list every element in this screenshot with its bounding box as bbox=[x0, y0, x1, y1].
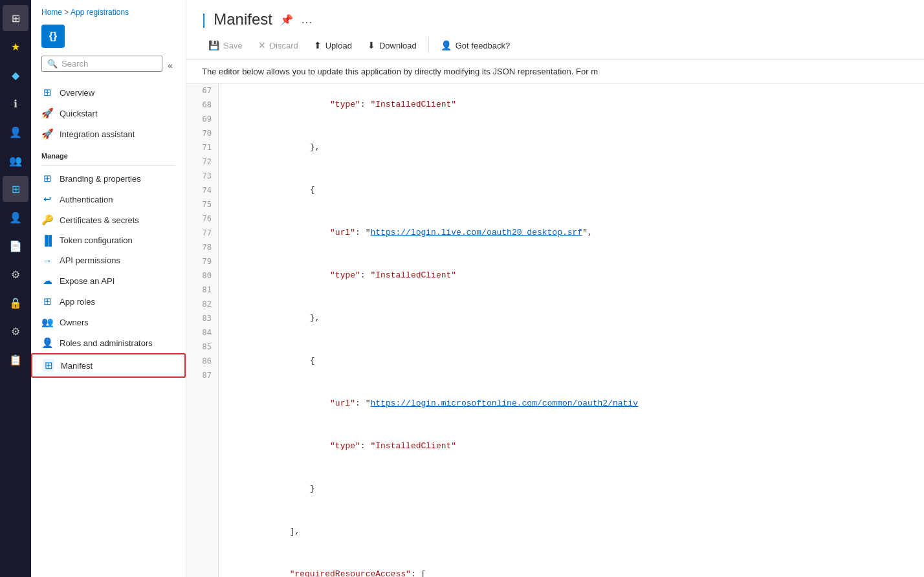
breadcrumb-current[interactable]: App registrations bbox=[71, 8, 129, 17]
certificates-label: Certificates & secrets bbox=[60, 215, 139, 225]
code-line-67: "type": "InstalledClient" bbox=[229, 83, 914, 126]
icon-bar: ⊞ ★ ◆ ℹ 👤 👥 ⊞ 👤 📄 ⚙ 🔒 ⚙ 📋 bbox=[0, 0, 31, 577]
authentication-icon: ↩ bbox=[41, 193, 53, 205]
save-icon: 💾 bbox=[208, 40, 219, 50]
user-icon[interactable]: 👤 bbox=[3, 119, 28, 145]
approles-label: App roles bbox=[60, 297, 95, 307]
feedback-button[interactable]: 👤 Got feedback? bbox=[434, 36, 517, 54]
quickstart-icon: 🚀 bbox=[41, 107, 53, 119]
search-box: 🔍 bbox=[41, 56, 162, 72]
app-icon: {} bbox=[41, 25, 65, 48]
expose-label: Expose an API bbox=[60, 276, 115, 286]
sidebar-item-app-roles[interactable]: ⊞ App roles bbox=[31, 291, 186, 312]
home-icon[interactable]: ⊞ bbox=[3, 5, 28, 31]
code-line-69: { bbox=[229, 169, 914, 212]
sidebar: Home > App registrations {} 🔍 « ⊞ Overvi… bbox=[31, 0, 186, 577]
toolbar: 💾 Save ✕ Discard ⬆ Upload ⬇ Download 👤 G… bbox=[202, 36, 908, 60]
quickstart-label: Quickstart bbox=[60, 109, 98, 118]
upload-button[interactable]: ⬆ Upload bbox=[307, 36, 358, 54]
manifest-icon: ⊞ bbox=[43, 359, 54, 372]
diamond-icon[interactable]: ◆ bbox=[3, 62, 28, 88]
sidebar-item-branding[interactable]: ⊞ Branding & properties bbox=[31, 168, 186, 189]
description-text: The editor below allows you to update th… bbox=[202, 67, 598, 76]
overview-label: Overview bbox=[60, 88, 94, 98]
feedback-icon: 👤 bbox=[441, 40, 452, 50]
group-icon[interactable]: 👥 bbox=[3, 147, 28, 173]
search-input[interactable] bbox=[61, 59, 157, 69]
approles-icon: ⊞ bbox=[41, 296, 53, 307]
breadcrumb: Home > App registrations bbox=[41, 8, 175, 17]
discard-icon: ✕ bbox=[258, 40, 266, 50]
download-button[interactable]: ⬇ Download bbox=[361, 36, 423, 54]
owners-icon: 👥 bbox=[41, 316, 53, 328]
code-line-73: { bbox=[229, 340, 914, 382]
upload-icon: ⬆ bbox=[314, 40, 322, 50]
code-line-76: } bbox=[229, 468, 914, 510]
sidebar-item-token[interactable]: ▐▌ Token configuration bbox=[31, 230, 186, 250]
document-icon[interactable]: 📄 bbox=[3, 233, 28, 259]
code-line-75: "type": "InstalledClient" bbox=[229, 425, 914, 468]
code-line-68: }, bbox=[229, 126, 914, 169]
grid-icon[interactable]: ⊞ bbox=[3, 176, 28, 202]
save-button[interactable]: 💾 Save bbox=[202, 36, 249, 54]
sidebar-item-certificates[interactable]: 🔑 Certificates & secrets bbox=[31, 210, 186, 230]
code-editor[interactable]: "type": "InstalledClient" }, { "url": "h… bbox=[219, 83, 924, 577]
lock-icon[interactable]: 🔒 bbox=[3, 290, 28, 316]
sidebar-item-quickstart[interactable]: 🚀 Quickstart bbox=[31, 103, 186, 124]
rolesadmin-icon: 👤 bbox=[41, 337, 53, 349]
branding-label: Branding & properties bbox=[60, 174, 141, 184]
collapse-button[interactable]: « bbox=[165, 58, 175, 73]
breadcrumb-separator: > bbox=[64, 8, 71, 17]
token-icon: ▐▌ bbox=[41, 235, 53, 246]
download-icon: ⬇ bbox=[368, 40, 375, 50]
breadcrumb-home[interactable]: Home bbox=[41, 8, 62, 17]
more-icon[interactable]: … bbox=[301, 13, 313, 27]
editor-area[interactable]: 67 68 69 70 71 72 73 74 75 76 77 78 79 8… bbox=[186, 83, 924, 577]
manage-section-label: Manage bbox=[31, 144, 186, 162]
discard-button[interactable]: ✕ Discard bbox=[252, 36, 305, 54]
search-icon: 🔍 bbox=[47, 59, 58, 69]
sidebar-header: Home > App registrations {} 🔍 « bbox=[31, 0, 186, 82]
integration-icon: 🚀 bbox=[41, 128, 53, 140]
api-label: API permissions bbox=[60, 256, 120, 265]
gear-icon[interactable]: ⚙ bbox=[3, 261, 28, 287]
overview-icon: ⊞ bbox=[41, 87, 53, 98]
code-line-72: }, bbox=[229, 297, 914, 340]
authentication-label: Authentication bbox=[60, 195, 113, 204]
sidebar-item-authentication[interactable]: ↩ Authentication bbox=[31, 189, 186, 210]
rolesadmin-label: Roles and administrators bbox=[60, 338, 153, 348]
sidebar-item-expose-api[interactable]: ☁ Expose an API bbox=[31, 270, 186, 291]
settings-icon[interactable]: ⚙ bbox=[3, 318, 28, 344]
pin-icon[interactable]: 📌 bbox=[280, 14, 293, 26]
code-line-77: ], bbox=[229, 510, 914, 553]
title-text: Manifest bbox=[214, 10, 272, 28]
user-cog-icon[interactable]: 👤 bbox=[3, 204, 28, 230]
token-label: Token configuration bbox=[60, 235, 133, 245]
title-separator: | bbox=[202, 10, 206, 28]
description-bar: The editor below allows you to update th… bbox=[186, 60, 924, 83]
main-content: | Manifest 📌 … 💾 Save ✕ Discard ⬆ Upload… bbox=[186, 0, 924, 577]
manifest-label: Manifest bbox=[61, 361, 93, 371]
copy-icon[interactable]: 📋 bbox=[3, 347, 28, 373]
sidebar-item-integration[interactable]: 🚀 Integration assistant bbox=[31, 124, 186, 144]
line-numbers: 67 68 69 70 71 72 73 74 75 76 77 78 79 8… bbox=[186, 83, 219, 577]
sidebar-item-owners[interactable]: 👥 Owners bbox=[31, 312, 186, 332]
toolbar-separator bbox=[428, 38, 429, 53]
manage-divider bbox=[41, 165, 175, 166]
code-line-74: "url": "https://login.microsoftonline.co… bbox=[229, 382, 914, 425]
sidebar-item-roles-admin[interactable]: 👤 Roles and administrators bbox=[31, 332, 186, 353]
page-title: | Manifest 📌 … bbox=[202, 10, 908, 28]
sidebar-item-manifest[interactable]: ⊞ Manifest bbox=[31, 353, 186, 378]
certificates-icon: 🔑 bbox=[41, 214, 53, 226]
sidebar-item-overview[interactable]: ⊞ Overview bbox=[31, 82, 186, 103]
expose-icon: ☁ bbox=[41, 275, 53, 287]
info-icon[interactable]: ℹ bbox=[3, 91, 28, 116]
favorites-icon[interactable]: ★ bbox=[3, 34, 28, 60]
api-icon: → bbox=[41, 255, 53, 266]
owners-label: Owners bbox=[60, 318, 89, 327]
branding-icon: ⊞ bbox=[41, 173, 53, 184]
code-line-71: "type": "InstalledClient" bbox=[229, 254, 914, 297]
integration-label: Integration assistant bbox=[60, 129, 135, 139]
code-line-78: "requiredResourceAccess": [ bbox=[229, 553, 914, 577]
sidebar-item-api-permissions[interactable]: → API permissions bbox=[31, 250, 186, 270]
